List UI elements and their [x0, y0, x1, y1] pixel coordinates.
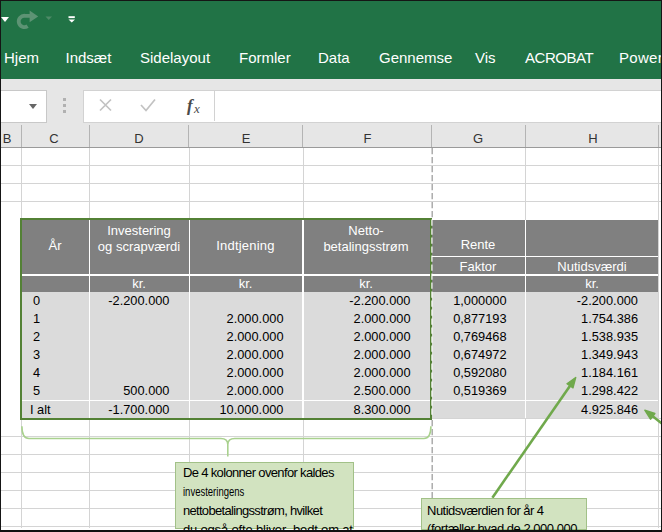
svg-text:x: x: [193, 101, 200, 116]
